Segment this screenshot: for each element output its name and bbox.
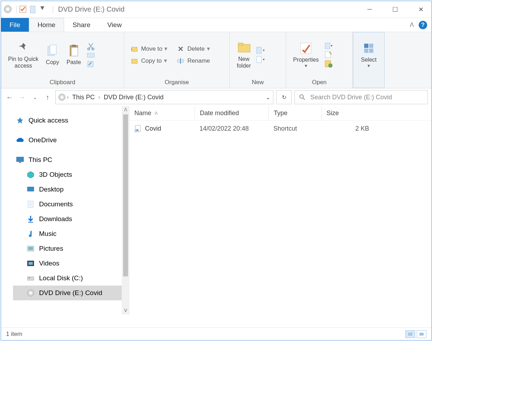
column-type[interactable]: Type [268, 106, 321, 120]
chevron-right-icon[interactable]: › [97, 94, 101, 100]
separator [17, 6, 17, 13]
svg-rect-22 [325, 43, 330, 49]
open-icon[interactable]: ▾ [324, 42, 333, 49]
tree-dvd-drive[interactable]: DVD Drive (E:) Covid [13, 286, 129, 300]
tab-share[interactable]: Share [64, 18, 99, 32]
svg-rect-19 [256, 56, 261, 63]
address-dropdown-icon[interactable]: ⌄ [266, 94, 270, 101]
tree-scrollbar[interactable]: ᐱ ᐯ [122, 106, 129, 314]
rename-icon [177, 57, 184, 65]
thumbnails-view-button[interactable] [417, 330, 426, 338]
videos-icon [26, 259, 35, 268]
tab-home[interactable]: Home [29, 18, 64, 32]
breadcrumb-bar[interactable]: › This PC › DVD Drive (E:) Covid ⌄ [55, 90, 273, 104]
svg-point-31 [300, 95, 303, 98]
forward-button[interactable]: → [17, 92, 27, 102]
copy-to-button[interactable]: Copy to▾ [128, 56, 170, 66]
minimize-button[interactable]: ─ [362, 4, 377, 15]
tree-3d-objects[interactable]: 3D Objects [13, 167, 129, 182]
copy-icon [45, 44, 59, 58]
column-headers: Nameᐱ Date modified Type Size [129, 106, 431, 121]
column-date[interactable]: Date modified [195, 106, 268, 120]
tree-local-disk[interactable]: Local Disk (C:) [13, 271, 129, 286]
collapse-ribbon-icon[interactable]: ᐱ [410, 21, 414, 28]
scrollbar-thumb[interactable] [123, 114, 128, 276]
svg-rect-21 [300, 43, 311, 54]
monitor-icon [16, 156, 24, 164]
paste-shortcut-icon[interactable] [87, 60, 95, 68]
tab-file[interactable]: File [1, 18, 29, 32]
svg-rect-47 [28, 277, 30, 278]
tree-downloads[interactable]: Downloads [13, 212, 129, 226]
dvd-icon [4, 5, 12, 14]
back-button[interactable]: ← [5, 92, 14, 102]
delete-icon: ✕ [177, 45, 184, 53]
move-to-icon [131, 45, 138, 53]
cut-icon[interactable] [87, 42, 95, 50]
copy-button[interactable]: Copy [42, 42, 63, 68]
svg-rect-33 [17, 157, 24, 162]
status-item-count: 1 item [6, 331, 22, 338]
edit-icon[interactable] [324, 51, 333, 58]
column-name[interactable]: Nameᐱ [129, 106, 195, 120]
svg-rect-15 [238, 44, 250, 52]
column-size[interactable]: Size [321, 106, 374, 120]
move-to-button[interactable]: Move to▾ [128, 44, 170, 54]
document-icon[interactable] [30, 5, 38, 14]
file-size: 2 KB [321, 121, 374, 136]
recent-locations-button[interactable]: ⌄ [30, 92, 40, 102]
tree-desktop[interactable]: Desktop [13, 182, 129, 197]
select-icon [362, 41, 376, 55]
svg-point-26 [328, 63, 332, 68]
properties-button[interactable]: Properties▼ [290, 39, 322, 70]
qat-dropdown-icon[interactable]: ⯆ [40, 5, 49, 14]
paste-button[interactable]: Paste [63, 42, 84, 68]
svg-rect-28 [369, 44, 373, 48]
tree-quick-access[interactable]: Quick access [13, 113, 129, 128]
refresh-button[interactable]: ↻ [276, 90, 292, 104]
tree-music[interactable]: Music [13, 226, 129, 241]
copy-path-icon[interactable] [87, 52, 95, 59]
tab-view[interactable]: View [99, 18, 130, 32]
svg-text:▾: ▾ [331, 44, 332, 48]
svg-rect-17 [256, 47, 261, 54]
select-button[interactable]: Select▼ [357, 39, 380, 70]
pin-to-quick-access-button[interactable]: Pin to Quick access [5, 38, 42, 71]
star-icon [16, 116, 24, 125]
svg-rect-5 [71, 48, 78, 56]
close-button[interactable]: ✕ [413, 4, 429, 15]
svg-rect-35 [27, 187, 34, 191]
navigation-tree: Quick access OneDrive This PC 3D Objects… [1, 106, 129, 314]
checkbox-icon[interactable] [19, 5, 27, 14]
new-item-icon[interactable]: ▾ [256, 46, 265, 54]
tree-onedrive[interactable]: OneDrive [13, 133, 129, 148]
search-box[interactable]: Search DVD Drive (E:) Covid [294, 90, 428, 104]
tree-videos[interactable]: Videos [13, 256, 129, 271]
maximize-button[interactable]: ☐ [387, 4, 403, 15]
new-folder-button[interactable]: New folder [233, 38, 254, 71]
tree-pictures[interactable]: Pictures [13, 241, 129, 256]
svg-rect-53 [419, 333, 424, 336]
svg-rect-9 [87, 53, 94, 57]
rename-button[interactable]: Rename [174, 56, 213, 66]
up-button[interactable]: ↑ [43, 92, 52, 102]
desktop-icon [26, 185, 35, 194]
scroll-up-icon[interactable]: ᐱ [124, 106, 127, 114]
scroll-down-icon[interactable]: ᐯ [124, 307, 127, 314]
breadcrumb-current[interactable]: DVD Drive (E:) Covid [102, 94, 166, 101]
delete-button[interactable]: ✕ Delete▾ [174, 44, 213, 54]
file-row[interactable]: Covid 14/02/2022 20:48 Shortcut 2 KB [129, 121, 431, 136]
tree-this-pc[interactable]: This PC [13, 152, 129, 167]
details-view-button[interactable] [405, 330, 415, 338]
svg-rect-42 [28, 247, 33, 249]
breadcrumb-this-pc[interactable]: This PC [70, 94, 97, 101]
titlebar: ⯆ DVD Drive (E:) Covid ─ ☐ ✕ [1, 1, 431, 18]
svg-rect-27 [364, 44, 368, 48]
tree-documents[interactable]: Documents [13, 197, 129, 212]
file-explorer-window: ⯆ DVD Drive (E:) Covid ─ ☐ ✕ File Home S… [1, 1, 432, 340]
history-icon[interactable] [324, 60, 333, 68]
new-folder-icon [237, 40, 251, 55]
easy-access-icon[interactable]: ▾ [256, 56, 265, 63]
help-button[interactable]: ? [419, 21, 427, 29]
chevron-right-icon[interactable]: › [65, 94, 70, 100]
